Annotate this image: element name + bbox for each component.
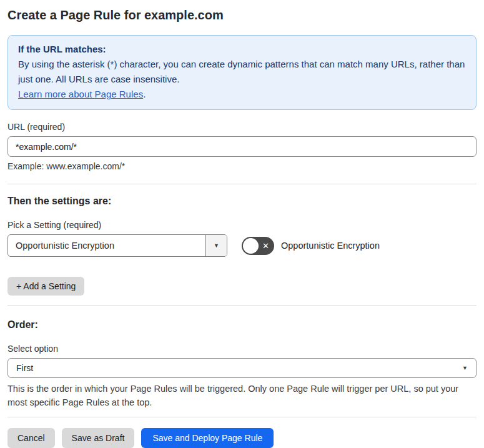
info-box-heading: If the URL matches: — [18, 42, 466, 57]
toggle-label: Opportunistic Encryption — [281, 241, 380, 251]
divider — [7, 305, 477, 306]
settings-section-heading: Then the settings are: — [7, 194, 477, 208]
order-section-heading: Order: — [7, 318, 477, 332]
add-setting-button[interactable]: + Add a Setting — [7, 277, 84, 296]
setting-dropdown-value: Opportunistic Encryption — [8, 235, 205, 256]
save-as-draft-button[interactable]: Save as Draft — [62, 428, 135, 448]
save-and-deploy-button[interactable]: Save and Deploy Page Rule — [141, 428, 274, 448]
url-input[interactable] — [7, 136, 477, 157]
setting-picker-row: Opportunistic Encryption ▼ ✕ Opportunist… — [7, 234, 477, 257]
url-field-helper: Example: www.example.com/* — [7, 161, 477, 172]
chevron-down-icon: ▼ — [214, 243, 219, 249]
create-page-rule-form: Create a Page Rule for example.com If th… — [0, 0, 484, 448]
setting-dropdown[interactable]: Opportunistic Encryption ▼ — [7, 234, 227, 257]
opportunistic-encryption-toggle[interactable]: ✕ — [242, 237, 274, 255]
pick-setting-label: Pick a Setting (required) — [7, 219, 477, 231]
info-box-body: By using the asterisk (*) character, you… — [18, 57, 466, 87]
order-select-label: Select option — [7, 343, 477, 354]
setting-dropdown-caret-button[interactable]: ▼ — [205, 235, 227, 256]
page-title: Create a Page Rule for example.com — [7, 6, 477, 24]
link-suffix: . — [143, 89, 146, 99]
info-box-link-line: Learn more about Page Rules. — [18, 87, 466, 102]
order-select[interactable]: First ▼ — [7, 358, 477, 378]
order-description: This is the order in which your Page Rul… — [7, 382, 477, 409]
chevron-down-icon: ▼ — [462, 366, 468, 371]
divider — [7, 417, 477, 417]
order-select-value: First — [16, 363, 33, 373]
url-matches-info-box: If the URL matches: By using the asteris… — [7, 35, 477, 110]
url-field-label: URL (required) — [7, 121, 477, 132]
learn-more-link[interactable]: Learn more about Page Rules — [18, 89, 143, 99]
cancel-button[interactable]: Cancel — [7, 428, 55, 448]
footer-actions: Cancel Save as Draft Save and Deploy Pag… — [7, 428, 477, 448]
divider — [7, 184, 477, 184]
toggle-off-x-icon: ✕ — [262, 242, 269, 250]
toggle-knob — [243, 238, 259, 254]
